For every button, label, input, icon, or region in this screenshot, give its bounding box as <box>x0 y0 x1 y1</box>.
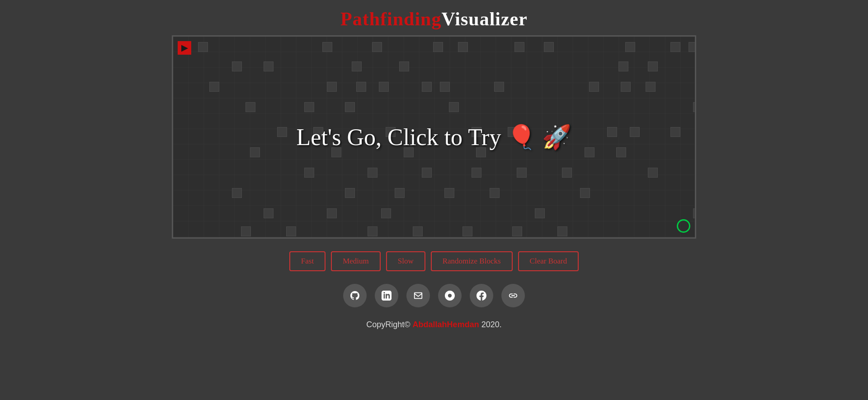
wall-block <box>444 188 454 198</box>
wall-block <box>508 127 518 137</box>
wall-block <box>585 147 594 157</box>
wall-block <box>544 42 554 52</box>
wall-block <box>304 168 314 178</box>
wall-block <box>472 168 481 178</box>
wall-block <box>381 208 391 218</box>
wall-block <box>404 147 414 157</box>
wall-block <box>352 61 362 71</box>
start-node: ▶ <box>178 41 191 55</box>
controls-bar: Fast Medium Slow Randomize Blocks Clear … <box>289 251 579 271</box>
wall-block <box>209 82 219 92</box>
wall-block <box>286 226 296 236</box>
wall-block <box>557 127 567 137</box>
wall-block <box>616 147 626 157</box>
wall-block <box>399 61 409 71</box>
wall-block <box>476 147 486 157</box>
wall-block <box>689 42 696 52</box>
wall-block <box>607 127 617 137</box>
clear-board-button[interactable]: Clear Board <box>518 251 579 271</box>
wall-block <box>646 82 656 92</box>
wall-block <box>517 168 527 178</box>
link-icon[interactable] <box>501 284 525 307</box>
facebook-icon[interactable] <box>470 284 493 307</box>
wall-block <box>512 226 522 236</box>
wall-block <box>693 102 696 112</box>
wall-block <box>245 102 255 112</box>
wall-block <box>250 147 260 157</box>
wall-block <box>379 82 389 92</box>
wall-block <box>589 82 599 92</box>
wall-block <box>621 82 631 92</box>
grid-canvas: ▶ Let's Go, Click to Try 🎈 🚀 <box>173 37 695 237</box>
wall-block <box>433 42 443 52</box>
wall-block <box>535 208 545 218</box>
wall-block <box>630 127 640 137</box>
title-white: Visualizer <box>441 9 527 29</box>
wall-block <box>241 226 251 236</box>
wall-block <box>322 42 332 52</box>
wall-block <box>304 102 314 112</box>
wall-block <box>232 61 242 71</box>
wall-block <box>625 42 635 52</box>
wall-block <box>422 82 432 92</box>
wall-block <box>386 127 396 137</box>
footer-author: AbdallahHemdan <box>413 320 479 329</box>
wall-block <box>345 188 355 198</box>
footer-prefix: CopyRight© <box>366 320 412 329</box>
wall-block <box>514 42 524 52</box>
email-icon[interactable] <box>406 284 430 307</box>
randomize-blocks-button[interactable]: Randomize Blocks <box>431 251 513 271</box>
medium-button[interactable]: Medium <box>331 251 381 271</box>
footer-suffix: 2020. <box>479 320 502 329</box>
wall-block <box>458 42 468 52</box>
grid-board[interactable]: ▶ Let's Go, Click to Try 🎈 🚀 <box>172 35 696 239</box>
wall-block <box>395 188 405 198</box>
wall-block <box>557 226 567 236</box>
wall-block <box>356 82 366 92</box>
end-node <box>677 219 690 233</box>
footer: CopyRight© AbdallahHemdan 2020. <box>366 320 501 329</box>
wall-block <box>345 102 355 112</box>
wall-block <box>327 82 337 92</box>
wall-block <box>693 208 696 218</box>
wall-block <box>232 188 242 198</box>
github-icon[interactable] <box>343 284 367 307</box>
wall-block <box>327 208 337 218</box>
fast-button[interactable]: Fast <box>289 251 326 271</box>
wall-block <box>648 168 658 178</box>
wall-block <box>277 127 287 137</box>
wall-block <box>670 127 680 137</box>
wall-block <box>368 226 377 236</box>
grid-lines <box>173 37 695 237</box>
wall-block <box>449 102 459 112</box>
wall-block <box>618 61 628 71</box>
wall-block <box>462 226 472 236</box>
hashnode-icon[interactable] <box>438 284 462 307</box>
wall-block <box>490 188 500 198</box>
title-red: Pathfinding <box>340 9 441 29</box>
wall-block <box>472 127 481 137</box>
wall-block <box>670 42 680 52</box>
wall-block <box>331 147 341 157</box>
wall-block <box>368 168 377 178</box>
wall-block <box>580 188 590 198</box>
slow-button[interactable]: Slow <box>386 251 425 271</box>
wall-block <box>264 208 274 218</box>
wall-block <box>422 168 432 178</box>
linkedin-icon[interactable] <box>375 284 398 307</box>
wall-block <box>494 82 504 92</box>
social-icons-row <box>343 284 525 307</box>
wall-block <box>313 127 323 137</box>
wall-block <box>562 168 572 178</box>
wall-block <box>413 226 423 236</box>
wall-block <box>440 82 450 92</box>
wall-block <box>648 61 658 71</box>
wall-block <box>198 42 208 52</box>
app-header: PathfindingVisualizer <box>0 0 868 35</box>
wall-block <box>264 61 274 71</box>
wall-block <box>372 42 382 52</box>
